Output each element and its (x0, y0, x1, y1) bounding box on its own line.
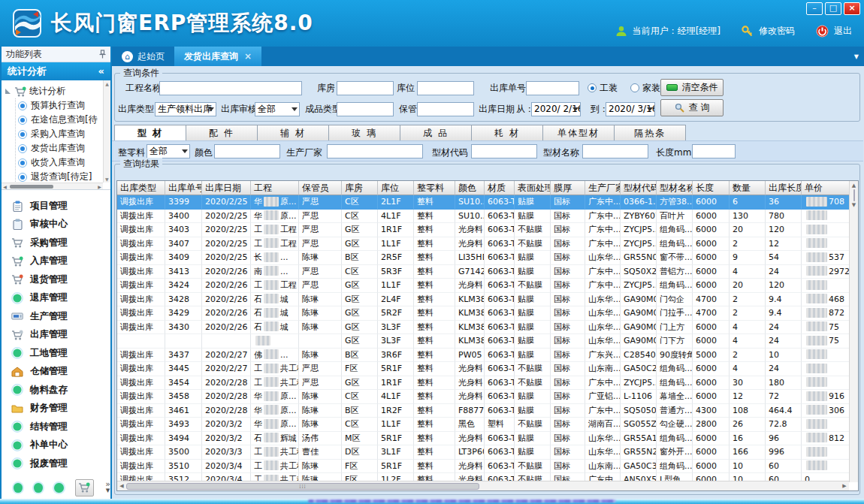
column-header-15[interactable]: 长度 (693, 181, 730, 195)
table-row[interactable]: 调拨出库34372020/2/27佛...陈琳B区3R6F整料PW056063-… (117, 349, 858, 363)
column-header-18[interactable]: 单价 (802, 181, 852, 195)
table-row[interactable]: 调拨出库34282020/2/26石城陈琳G区2L4F整料KLM38176063… (117, 293, 858, 307)
audit-combo[interactable]: 全部 (255, 102, 300, 116)
table-row[interactable]: 调拨出库34002020/2/25华原...严思C区4L1F整料SU10...6… (117, 210, 858, 224)
scroll-thumb[interactable]: ⁞⁞⁞ (126, 483, 479, 490)
column-header-12[interactable]: 生产厂家 (585, 181, 621, 195)
table-row[interactable]: 调拨出库34132020/2/26南...严思C区5R3F整料G71422606… (117, 265, 858, 279)
table-vertical-scrollbar[interactable]: ▲ ▼ (849, 181, 858, 482)
scroll-left-icon[interactable]: ◀ (117, 483, 126, 489)
material-tab-0[interactable]: 型 材 (114, 125, 186, 141)
column-header-14[interactable]: 型材名称 (657, 181, 693, 195)
sidebar-item-7[interactable]: 出库管理 (2, 326, 110, 345)
table-row[interactable]: 调拨出库34072020/2/25工工程严思G区1L1F整料光身料6063-T5… (117, 237, 858, 252)
length-input[interactable] (692, 144, 736, 158)
tree-root[interactable]: 统计分析 (5, 84, 110, 98)
dropdown-caret-icon[interactable] (208, 107, 214, 111)
scroll-thumb[interactable] (10, 185, 53, 189)
date-to-picker[interactable]: 2020/ 3/16 (606, 102, 655, 116)
tree-item-1[interactable]: 在途信息查询[待 (18, 113, 110, 127)
material-tab-4[interactable]: 成 品 (400, 125, 472, 141)
green-dot-button[interactable] (14, 483, 23, 493)
sidebar-item-11[interactable]: 财务管理 (2, 400, 110, 418)
sidebar-section-header[interactable]: 统计分析 « (2, 62, 110, 80)
keeper-input[interactable] (417, 102, 474, 116)
dropdown-caret-icon[interactable] (292, 107, 298, 111)
table-row[interactable]: 调拨出库34582020/2/28华原...陈琳C区4L1F整料光身料6063-… (117, 390, 858, 404)
column-header-11[interactable]: 膜厚 (551, 181, 585, 195)
scroll-down-icon[interactable]: ▼ (105, 176, 109, 183)
tab-shipment-query[interactable]: 发货出库查询 × (174, 47, 261, 66)
expander-icon[interactable] (5, 89, 11, 94)
radio-on-icon[interactable] (588, 83, 597, 92)
table-row[interactable]: 调拨出库34032020/2/25工工程严思G区1R1F整料光身料6063-T5… (117, 223, 858, 237)
material-tab-2[interactable]: 辅 材 (257, 125, 329, 141)
sidebar-item-2[interactable]: 采购管理 (2, 234, 110, 252)
manufacturer-input[interactable] (327, 144, 423, 158)
product-type-input[interactable] (337, 102, 394, 116)
scroll-right-icon[interactable]: ▶ (840, 483, 849, 489)
column-header-1[interactable]: 出库单号 (165, 181, 202, 195)
sidebar-item-8[interactable]: 工地管理 (2, 344, 110, 363)
column-header-4[interactable]: 保管员 (299, 181, 342, 195)
tab-close-icon[interactable]: × (244, 51, 252, 62)
cart-panel-button[interactable] (75, 479, 95, 496)
whole-part-combo[interactable]: 全部 (147, 144, 190, 158)
logout-link[interactable]: 退出 (834, 25, 852, 38)
column-header-3[interactable]: 工程 (251, 181, 299, 195)
profile-code-input[interactable] (471, 144, 537, 158)
sidebar-item-4[interactable]: 退货管理 (2, 270, 110, 289)
table-row[interactable]: 调拨出库35102020/3/4工共工程陈琳F区5R1F整料光身料6063-T5… (117, 460, 858, 474)
tab-list-caret-icon[interactable]: ▼ (854, 53, 859, 60)
column-header-8[interactable]: 颜色 (455, 181, 485, 195)
table-row[interactable]: 调拨出库33992020/2/25华原...严思C区2L1F整料SU10...6… (117, 195, 858, 210)
date-from-picker[interactable]: 2020/ 2/16 (531, 102, 581, 116)
material-tab-5[interactable]: 耗 材 (471, 125, 543, 141)
table-row[interactable]: 调拨出库34612020/2/28华原...陈琳B区1R2F整料F8877FT6… (117, 404, 858, 418)
sidebar-item-6[interactable]: 生产管理 (2, 307, 110, 326)
radio-off-icon[interactable] (630, 83, 639, 92)
dropdown-caret-icon[interactable] (182, 149, 188, 153)
green-dot-button[interactable] (54, 483, 63, 493)
overflow-chevron-icon[interactable]: »▾ (105, 481, 110, 493)
green-dot-button[interactable] (34, 483, 43, 493)
minimize-button[interactable]: – (806, 2, 823, 15)
tree-horizontal-scrollbar[interactable]: ◀ ▶ (2, 183, 103, 189)
column-header-6[interactable]: 库位 (378, 181, 414, 195)
tree-item-0[interactable]: 预算执行查询 (18, 98, 110, 113)
sidebar-item-1[interactable]: 审核中心 (2, 216, 110, 234)
scroll-thumb[interactable] (853, 189, 855, 201)
order-no-input[interactable] (526, 81, 579, 95)
dropdown-caret-icon[interactable] (647, 107, 653, 111)
table-row[interactable]: 调拨出库34452020/2/27工共工程严思F区5R1F整料光身料6063-T… (117, 362, 858, 376)
clear-conditions-button[interactable]: 清空条件 (660, 79, 724, 96)
table-row[interactable]: 调拨出库34302020/2/26石城陈琳G区3L3F整料KLM38176063… (117, 321, 858, 335)
table-row[interactable]: G区3L3F整料KLM38176063-T5贴膜国标山东华...GA90M09.… (117, 334, 858, 349)
scroll-up-icon[interactable]: ▲ (104, 80, 110, 87)
tree-item-3[interactable]: 发货出库查询 (18, 141, 110, 155)
change-password-link[interactable]: 修改密码 (759, 25, 795, 38)
sidebar-item-12[interactable]: 结转管理 (2, 418, 110, 436)
table-horizontal-scrollbar[interactable]: ◀ ⁞⁞⁞ ▶ (117, 481, 849, 490)
sidebar-item-10[interactable]: 物料盘存 (2, 381, 110, 400)
column-header-13[interactable]: 型材代码 (621, 181, 657, 195)
profile-name-input[interactable] (582, 144, 648, 158)
out-type-combo[interactable]: 生产领料出库 (155, 102, 216, 116)
location-input[interactable] (417, 81, 474, 95)
material-tab-3[interactable]: 玻 璃 (328, 125, 400, 141)
scroll-left-icon[interactable]: ◀ (2, 184, 8, 189)
project-name-input[interactable] (159, 81, 302, 95)
column-header-2[interactable]: 出库日期 (202, 181, 251, 195)
warehouse-input[interactable] (337, 81, 394, 95)
tree-item-2[interactable]: 采购入库查询 (18, 127, 110, 141)
column-header-9[interactable]: 材质 (485, 181, 515, 195)
material-tab-7[interactable]: 隔热条 (614, 125, 686, 141)
scroll-down-icon[interactable]: ▼ (850, 201, 858, 210)
table-row[interactable]: 调拨出库34242020/2/26工工程严思G区1L1F整料光身料6063-T5… (117, 279, 858, 293)
search-button[interactable]: 查 询 (660, 99, 724, 116)
table-row[interactable]: 调拨出库34092020/2/25长...陈琳B区2R5F整料LI35HD606… (117, 251, 858, 265)
table-row[interactable]: 调拨出库34542020/2/28工共工程严思G区1R1F整料光身料6063-T… (117, 376, 858, 391)
radio-jiazhuang[interactable]: 家装 (630, 80, 660, 95)
collapse-icon[interactable]: « (98, 62, 104, 80)
material-tab-6[interactable]: 单体型材 (542, 125, 615, 141)
